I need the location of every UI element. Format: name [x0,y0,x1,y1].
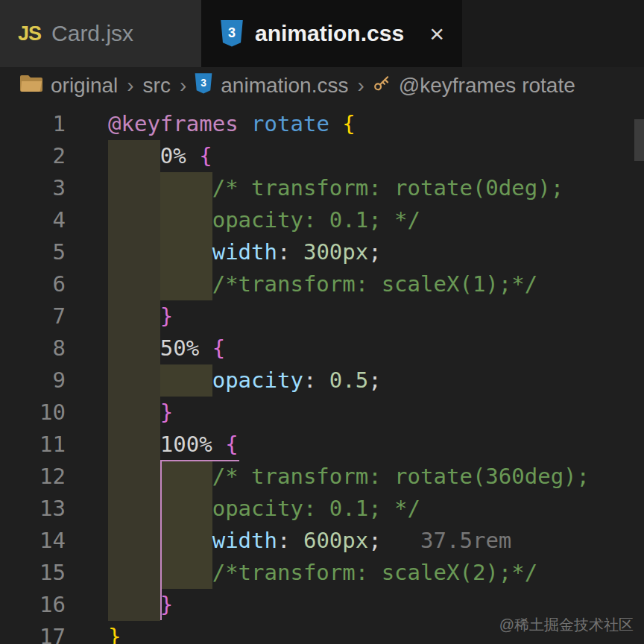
chevron-right-icon: › [180,74,186,98]
line-number[interactable]: 6 [0,268,66,300]
tab-animation-css[interactable]: 3 animation.css × [201,0,462,67]
code-line[interactable]: 11 100% { [0,429,644,461]
inlay-hint: 37.5rem [420,528,511,553]
code-token [108,432,160,457]
chevron-right-icon: › [357,74,364,98]
code-token: ; [368,239,381,265]
scrollbar-thumb[interactable] [634,119,644,161]
keyframes-symbol-icon [372,74,391,98]
code-token: rotate [251,111,329,136]
code-line[interactable]: 14 width: 600px; 37.5rem [0,525,644,557]
code-line[interactable]: 1@keyframes rotate { [0,108,644,140]
svg-text:3: 3 [201,77,206,89]
code-line[interactable]: 4 opacity: 0.1; */ [0,204,644,236]
line-number[interactable]: 17 [0,621,66,644]
code-token: } [108,624,121,644]
code-token: { [342,111,355,136]
line-number[interactable]: 4 [0,204,66,236]
code-token [212,432,225,457]
javascript-file-icon: JS [18,22,41,45]
code-token: { [199,143,212,168]
line-number[interactable]: 1 [0,108,66,140]
code-token: : [303,367,329,393]
code-token: : [277,239,303,265]
code-line[interactable]: 9 opacity: 0.5; [0,364,644,397]
line-number[interactable]: 11 [0,429,66,461]
code-token: 0.5 [329,367,368,393]
code-token: 50% [160,335,199,361]
tab-label: Card.jsx [51,21,133,46]
code-token [108,335,160,361]
code-token: } [160,592,173,617]
code-line[interactable]: 7 } [0,300,644,332]
code-token: : [277,528,303,553]
code-token: } [160,400,173,425]
code-token: opacity: 0.1; */ [212,207,420,233]
line-number[interactable]: 9 [0,364,66,397]
line-number[interactable]: 2 [0,140,66,172]
line-number[interactable]: 14 [0,525,66,557]
code-token [108,592,160,617]
line-number[interactable]: 15 [0,557,66,589]
line-number[interactable]: 8 [0,332,66,364]
code-token: /*transform: scaleX(1);*/ [212,271,538,297]
code-line[interactable]: 15 /*transform: scaleX(2);*/ [0,557,644,589]
code-line[interactable]: 2 0% { [0,140,644,172]
breadcrumb-item-file[interactable]: animation.css [221,74,348,98]
line-number[interactable]: 13 [0,493,66,525]
code-token [199,335,212,361]
code-token [382,528,420,553]
css3-file-icon: 3 [219,19,244,48]
css3-file-icon: 3 [194,72,213,100]
line-number[interactable]: 5 [0,236,66,268]
code-token: /*transform: scaleX(2);*/ [212,560,538,585]
line-number[interactable]: 12 [0,461,66,493]
breadcrumb-item-symbol[interactable]: @keyframes rotate [399,74,575,98]
code-token: opacity [212,367,303,393]
line-number[interactable]: 10 [0,397,66,429]
code-token: /* transform: rotate(360deg); [212,464,590,489]
code-token: { [212,335,225,361]
line-number[interactable]: 3 [0,172,66,204]
folder-icon [19,74,43,98]
breadcrumb-item-dir[interactable]: src [143,74,171,98]
svg-text:3: 3 [228,25,236,40]
code-line[interactable]: 3 /* transform: rotate(0deg); [0,172,644,204]
code-line[interactable]: 10 } [0,397,644,429]
code-token: ; [368,367,381,393]
code-token [186,143,199,168]
chevron-right-icon: › [127,74,133,98]
breadcrumb-item-folder[interactable]: original [51,74,118,98]
code-line[interactable]: 13 opacity: 0.1; */ [0,493,644,525]
code-token: width [212,239,277,265]
close-tab-icon[interactable]: × [419,21,444,46]
code-line[interactable]: 8 50% { [0,332,644,364]
watermark: @稀土掘金技术社区 [499,615,634,635]
code-token [108,271,212,297]
bracket-pair-guide-horizontal [160,460,239,461]
code-token: width [212,528,277,553]
code-line[interactable]: 6 /*transform: scaleX(1);*/ [0,268,644,300]
tab-card-jsx[interactable]: JS Card.jsx [0,0,201,67]
code-token: { [225,432,238,457]
code-token [108,239,212,265]
code-line[interactable]: 12 /* transform: rotate(360deg); [0,461,644,493]
code-token [108,367,212,393]
tab-bar: JS Card.jsx 3 animation.css × [0,0,644,67]
code-line[interactable]: 5 width: 300px; [0,236,644,268]
code-token: 600px [303,528,368,553]
code-token [239,111,251,136]
code-editor[interactable]: 1@keyframes rotate {2 0% {3 /* transform… [0,104,644,644]
code-lines: 1@keyframes rotate {2 0% {3 /* transform… [0,108,644,644]
line-number[interactable]: 7 [0,300,66,332]
code-token [108,207,212,233]
code-token [108,303,160,329]
line-number[interactable]: 16 [0,589,66,621]
tab-label: animation.css [255,21,404,46]
code-token: } [160,303,173,329]
code-token [108,175,212,201]
code-token: /* transform: rotate(0deg); [212,175,564,201]
code-token: @keyframes [108,111,239,136]
bracket-pair-guide-vertical [160,460,162,620]
code-token: opacity: 0.1; */ [212,496,420,521]
